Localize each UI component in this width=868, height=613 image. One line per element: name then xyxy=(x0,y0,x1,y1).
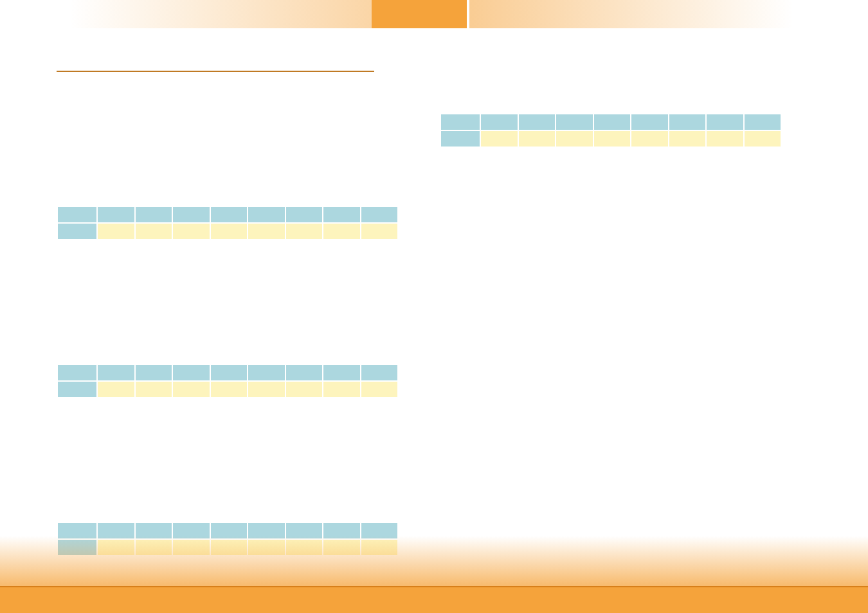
table-header-cell xyxy=(98,365,134,380)
spacer xyxy=(440,58,782,113)
table-data-row xyxy=(58,382,397,397)
top-banner xyxy=(69,0,793,28)
table-data-cell xyxy=(173,382,209,397)
table-data-cell xyxy=(669,131,705,147)
table-data-cell xyxy=(631,131,667,147)
table-header-row xyxy=(58,207,397,222)
page xyxy=(0,0,868,613)
table-header-cell xyxy=(136,207,172,222)
table-header-cell xyxy=(556,114,592,130)
table-data-cell xyxy=(361,382,397,397)
table-data-cell xyxy=(286,224,322,239)
table-header-cell xyxy=(745,114,781,130)
table-header-cell xyxy=(98,207,134,222)
table-data-cell xyxy=(323,382,359,397)
table-header-cell xyxy=(286,365,322,380)
table-header-cell xyxy=(211,365,247,380)
table-header-cell xyxy=(323,207,359,222)
table-header-cell xyxy=(211,207,247,222)
table-data-cell xyxy=(745,131,781,147)
table-row-label xyxy=(58,382,96,397)
table-header-cell xyxy=(173,365,209,380)
footer-fade xyxy=(0,536,868,586)
table-data-cell xyxy=(361,224,397,239)
table-header-cell xyxy=(248,207,284,222)
table-header-cell xyxy=(361,365,397,380)
table-data-cell xyxy=(286,382,322,397)
table-header-cell xyxy=(594,114,630,130)
table-data-row xyxy=(441,131,781,147)
table-data-cell xyxy=(248,382,284,397)
banner-active-tab xyxy=(372,0,467,28)
table-data-cell xyxy=(707,131,743,147)
table-data-cell xyxy=(211,382,247,397)
table-row-label xyxy=(441,131,480,147)
table-header-cell xyxy=(323,365,359,380)
table-header-cell xyxy=(58,365,96,380)
table-header-cell xyxy=(248,365,284,380)
table-data-cell xyxy=(98,224,134,239)
table-header-cell xyxy=(707,114,743,130)
table-header-cell xyxy=(669,114,705,130)
table-data-cell xyxy=(481,131,517,147)
left-table-1 xyxy=(57,206,399,240)
table-data-cell xyxy=(594,131,630,147)
table-header-cell xyxy=(631,114,667,130)
table-data-cell xyxy=(98,382,134,397)
right-table-1 xyxy=(440,113,782,148)
table-data-cell xyxy=(556,131,592,147)
right-column xyxy=(440,58,782,190)
table-header-cell xyxy=(519,114,555,130)
table-header-row xyxy=(441,114,781,130)
table-data-cell xyxy=(136,382,172,397)
table-data-cell xyxy=(173,224,209,239)
table-header-cell xyxy=(361,207,397,222)
table-header-cell xyxy=(481,114,517,130)
table-header-row xyxy=(58,365,397,380)
table-data-cell xyxy=(136,224,172,239)
spacer xyxy=(57,441,399,522)
table-data-cell xyxy=(323,224,359,239)
section-divider xyxy=(57,71,374,72)
table-header-cell xyxy=(286,207,322,222)
page-footer xyxy=(0,536,868,613)
table-data-cell xyxy=(248,224,284,239)
spacer xyxy=(57,283,399,364)
banner-fade-left xyxy=(69,0,372,28)
table-data-cell xyxy=(211,224,247,239)
left-table-2 xyxy=(57,364,399,398)
footer-bar xyxy=(0,586,868,613)
spacer xyxy=(57,98,399,206)
table-header-cell xyxy=(136,365,172,380)
banner-fade-right xyxy=(469,0,793,28)
table-data-row xyxy=(58,224,397,239)
table-header-cell xyxy=(173,207,209,222)
left-column xyxy=(57,58,399,599)
table-header-cell xyxy=(58,207,96,222)
table-row-label xyxy=(58,224,96,239)
table-data-cell xyxy=(519,131,555,147)
table-header-cell xyxy=(441,114,480,130)
